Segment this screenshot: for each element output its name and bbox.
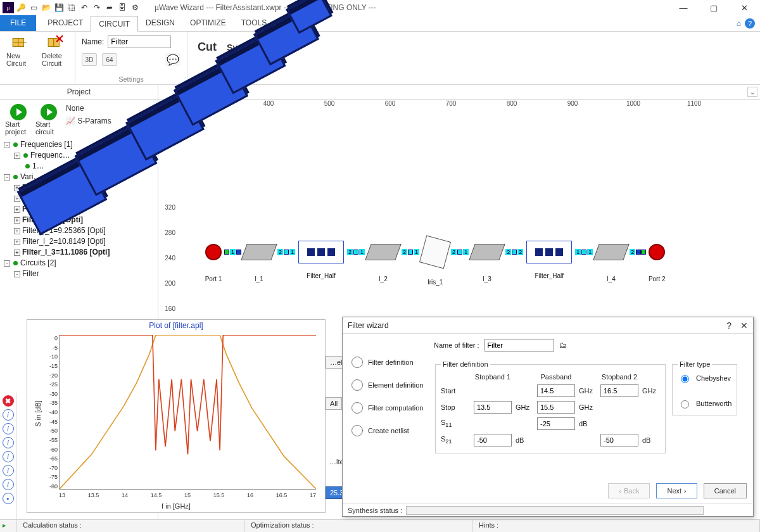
title-bar: µ 🔑 ▭ 📂 💾 ⿻ ↶ ↷ ➦ 🗄 ⚙ µWave Wizard --- F…: [0, 0, 760, 15]
plot-svg: [60, 335, 316, 489]
cut-button[interactable]: Cut: [194, 37, 220, 58]
wizard-help-icon[interactable]: ?: [726, 320, 732, 331]
passband-stop-input[interactable]: [537, 401, 575, 414]
key-icon[interactable]: 🔑: [15, 2, 27, 13]
stopband2-start-input[interactable]: [600, 384, 638, 397]
new-icon[interactable]: ▭: [28, 2, 39, 13]
project-header: Project ⌄: [0, 85, 760, 100]
filter-definition-group: Filter definition Stopband 1 Passband St…: [435, 360, 666, 453]
info-icon[interactable]: i: [3, 409, 14, 421]
menu-file[interactable]: FILE: [0, 15, 36, 31]
run-mode-sparams[interactable]: 📈 S-Params: [66, 117, 111, 125]
name-label: Name:: [82, 37, 104, 46]
stopband1-s21-input[interactable]: [474, 434, 512, 446]
step-filter-definition[interactable]: Filter definition: [352, 357, 426, 368]
status-run-icon[interactable]: ▸: [0, 520, 16, 532]
app-icon: µ: [3, 2, 14, 13]
info-icon[interactable]: i: [3, 465, 14, 476]
info-icon[interactable]: i: [3, 479, 14, 490]
error-icon[interactable]: ✖: [3, 395, 14, 407]
element-l3[interactable]: [469, 244, 505, 260]
step-create-netlist[interactable]: Create netlist: [352, 425, 426, 436]
run-mode-none[interactable]: None: [66, 104, 111, 113]
filter-half-1[interactable]: [298, 241, 344, 263]
info-icon[interactable]: i: [3, 437, 14, 448]
svg-rect-3: [48, 39, 54, 47]
status-bar: ▸ Calculation status : Optimization stat…: [0, 519, 760, 532]
redo-icon[interactable]: ↷: [91, 2, 103, 13]
close-button[interactable]: ✕: [735, 3, 754, 13]
export-icon[interactable]: ➦: [104, 2, 115, 13]
main-menu: FILE PROJECT CIRCUIT DESIGN OPTIMIZE TOO…: [0, 15, 760, 32]
new-circuit-button[interactable]: New Circuit: [6, 34, 33, 67]
stopband2-s21-input[interactable]: [600, 434, 638, 446]
plot-title: Plot of [filter.apl]: [27, 320, 325, 330]
filter-name-label: Name of filter :: [434, 341, 479, 349]
all-button[interactable]: All: [326, 397, 342, 410]
menu-project[interactable]: PROJECT: [40, 15, 91, 31]
filter-folder-icon[interactable]: 🗂: [559, 341, 567, 350]
schematic[interactable]: Port 1 1 l_1 21 Filter_Half 21 l_2 21 Ir…: [203, 227, 747, 277]
opt-status: Optimization status :: [244, 520, 472, 532]
calc-status: Calculation status :: [16, 520, 244, 532]
iris-1[interactable]: [419, 236, 451, 269]
menu-optimize[interactable]: OPTIMIZE: [182, 15, 234, 31]
menu-circuit[interactable]: CIRCUIT: [91, 16, 138, 32]
help-icon[interactable]: ?: [745, 18, 755, 28]
element-l1[interactable]: [241, 244, 277, 260]
port-1[interactable]: [205, 244, 222, 260]
passband-start-input[interactable]: [537, 384, 575, 397]
comment-icon[interactable]: 💬: [165, 53, 180, 66]
info-icon[interactable]: i: [3, 423, 14, 434]
project-tree[interactable]: -Frequencies [1] +Frequenc… 1… -Vari… +F…: [0, 138, 158, 283]
menu-tools[interactable]: TOOLS: [234, 15, 274, 31]
element-l4[interactable]: [593, 244, 629, 260]
step-filter-computation[interactable]: Filter computation: [352, 402, 426, 414]
plot-xlabel: f in [GHz]: [27, 502, 325, 510]
wizard-back-button[interactable]: ‹ Back: [608, 483, 650, 498]
filter-wizard-dialog: Filter wizard ? ✕ Filter definition Elem…: [342, 317, 754, 517]
undo-icon[interactable]: ↶: [79, 2, 90, 13]
chart-icon[interactable]: ▪: [3, 493, 14, 504]
port-2[interactable]: [649, 244, 665, 260]
delete-circuit-button[interactable]: Delete Circuit: [42, 34, 68, 67]
wizard-next-button[interactable]: Next ›: [656, 483, 697, 498]
sparam-plot[interactable]: Plot of [filter.apl] S in [dB] 0-5-10-15…: [27, 319, 326, 513]
start-circuit-button[interactable]: Start circuit: [35, 104, 62, 136]
filter-half-2[interactable]: [526, 241, 572, 263]
minimize-button[interactable]: —: [674, 3, 693, 13]
stopband1-stop-input[interactable]: [474, 401, 512, 414]
start-project-button[interactable]: Start project: [5, 104, 32, 136]
passband-s11-input[interactable]: [537, 417, 575, 430]
open-icon[interactable]: 📂: [41, 2, 52, 13]
info-icon[interactable]: i: [3, 451, 14, 462]
panel-collapse-icon[interactable]: ⌄: [747, 87, 757, 97]
plot-xticks: 1313.51414.51515.51616.517: [59, 492, 316, 498]
maximize-button[interactable]: ▢: [704, 3, 723, 13]
view-3d-button[interactable]: 3D: [82, 53, 97, 66]
ruler-horizontal: 30040050060070080090010001100: [177, 100, 760, 115]
filter-type-butterworth[interactable]: Butterworth: [678, 398, 732, 408]
element-l2[interactable]: [365, 244, 401, 260]
message-gutter: ✖ i i i i i i ▪: [0, 393, 16, 519]
wizard-close-icon[interactable]: ✕: [740, 320, 748, 331]
filter-name-input[interactable]: [484, 339, 554, 352]
home-icon[interactable]: ⌂: [737, 19, 741, 28]
symmetry-button[interactable]: Sym: [227, 42, 246, 53]
circuit-name-input[interactable]: [108, 35, 171, 48]
synthesis-progress: [406, 506, 704, 515]
window-title: µWave Wizard --- FilterAssistant.xwpr --…: [155, 3, 376, 12]
fem-2d-button[interactable]: 2D FEM: [252, 49, 270, 54]
gear-icon[interactable]: ⚙: [129, 2, 141, 13]
settings-caption: Settings: [118, 75, 144, 83]
save-all-icon[interactable]: ⿻: [66, 2, 77, 13]
filter-type-group: Filter type Chebyshev Butterworth: [672, 360, 737, 415]
step-element-definition[interactable]: Element definition: [352, 379, 426, 391]
menu-design[interactable]: DESIGN: [138, 15, 182, 31]
wizard-cancel-button[interactable]: Cancel: [704, 483, 747, 498]
save-icon[interactable]: 💾: [53, 2, 65, 13]
menu-plot[interactable]: PLOT: [274, 15, 309, 31]
db-icon[interactable]: 🗄: [117, 2, 128, 13]
filter-type-chebyshev[interactable]: Chebyshev: [678, 373, 732, 383]
view-64-button[interactable]: 64: [102, 53, 117, 66]
